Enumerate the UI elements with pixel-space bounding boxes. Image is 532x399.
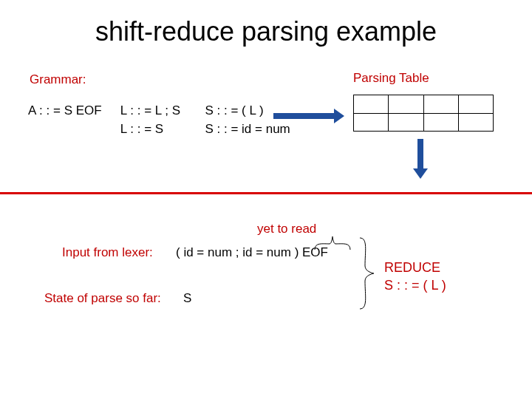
- table-row: [354, 113, 493, 131]
- grammar-rule-l1: L : : = L ; S: [120, 102, 202, 120]
- arrow-down-icon: [415, 139, 426, 179]
- table-cell: [388, 95, 423, 113]
- table-cell: [423, 114, 458, 131]
- table-row: [354, 95, 493, 113]
- grammar-rule-s2: S : : = id = num: [205, 120, 323, 139]
- reduce-action: REDUCE S : : = ( L ): [384, 259, 446, 295]
- parsing-table-heading: Parsing Table: [353, 71, 429, 86]
- divider-line: [0, 192, 532, 194]
- grammar-rule-l2: L : : = S: [120, 120, 202, 139]
- right-brace-icon: [358, 236, 375, 310]
- reduce-line2: S : : = ( L ): [384, 276, 446, 294]
- grammar-heading: Grammar:: [30, 72, 86, 87]
- grammar-rule-a: A : : = S EOF: [28, 102, 117, 120]
- parsing-table: [353, 95, 494, 132]
- slide-title: shift-reduce parsing example: [0, 0, 532, 47]
- table-cell: [388, 114, 423, 131]
- reduce-line1: REDUCE: [384, 259, 446, 276]
- state-of-parse-value: S: [183, 291, 191, 306]
- arrow-right-icon: [273, 111, 344, 121]
- table-cell: [423, 95, 458, 113]
- state-of-parse-label: State of parse so far:: [44, 291, 161, 306]
- input-from-lexer-value: ( id = num ; id = num ) EOF: [176, 245, 328, 260]
- input-from-lexer-label: Input from lexer:: [62, 245, 153, 260]
- table-cell: [458, 95, 493, 113]
- table-cell: [458, 114, 493, 131]
- table-cell: [354, 95, 388, 113]
- yet-to-read-label: yet to read: [257, 222, 316, 236]
- table-cell: [354, 114, 388, 131]
